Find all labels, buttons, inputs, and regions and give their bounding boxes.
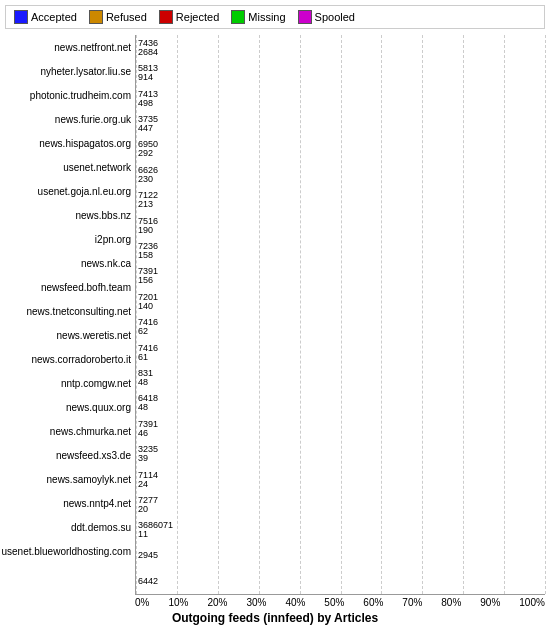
legend-color-rejected — [159, 10, 173, 24]
bar-value-12: 741661 — [138, 344, 158, 362]
bar-value-refused-11: 62 — [138, 327, 158, 336]
y-label-13: news.corradoroberto.it — [5, 347, 135, 371]
x-tick-2: 20% — [207, 597, 227, 608]
chart-title: Outgoing feeds (innfeed) by Articles — [5, 611, 545, 625]
legend-label-rejected: Rejected — [176, 11, 219, 23]
bar-row-6: 7122213 — [136, 187, 545, 212]
bar-row-3: 3735447 — [136, 111, 545, 136]
bar-value-refused-6: 213 — [138, 200, 158, 209]
bar-value-21: 6442 — [138, 577, 158, 586]
x-tick-1: 10% — [168, 597, 188, 608]
x-tick-6: 60% — [363, 597, 383, 608]
y-label-15: news.quux.org — [5, 395, 135, 419]
bar-value-2: 7413498 — [138, 90, 158, 108]
bar-row-7: 7516190 — [136, 213, 545, 238]
legend-label-missing: Missing — [248, 11, 285, 23]
y-label-16: news.chmurka.net — [5, 419, 135, 443]
bar-value-16: 323539 — [138, 445, 158, 463]
legend-item-spooled: Spooled — [298, 10, 355, 24]
bar-row-8: 7236158 — [136, 238, 545, 263]
y-label-18: news.samoylyk.net — [5, 467, 135, 491]
y-label-4: news.hispagatos.org — [5, 131, 135, 155]
bar-row-16: 323539 — [136, 442, 545, 467]
bar-row-0: 74362684 — [136, 35, 545, 60]
x-tick-0: 0% — [135, 597, 149, 608]
bar-value-refused-2: 498 — [138, 99, 158, 108]
bar-value-0: 74362684 — [138, 39, 158, 57]
y-label-5: usenet.network — [5, 155, 135, 179]
bar-value-9: 7391156 — [138, 267, 158, 285]
bar-value-18: 727720 — [138, 496, 158, 514]
bar-value-refused-14: 48 — [138, 403, 158, 412]
bar-value-accepted-21: 6442 — [138, 577, 158, 586]
y-label-20: ddt.demos.su — [5, 515, 135, 539]
bar-value-refused-12: 61 — [138, 353, 158, 362]
bar-value-refused-8: 158 — [138, 251, 158, 260]
bar-row-10: 7201140 — [136, 289, 545, 314]
bars-area: 7436268458139147413498373544769502926626… — [135, 35, 545, 595]
bar-value-5: 6626230 — [138, 166, 158, 184]
bar-value-refused-5: 230 — [138, 175, 158, 184]
bar-row-19: 368607111 — [136, 518, 545, 543]
y-label-3: news.furie.org.uk — [5, 107, 135, 131]
bar-row-21: 6442 — [136, 569, 545, 594]
y-label-0: news.netfront.net — [5, 35, 135, 59]
bar-value-refused-19: 11 — [138, 530, 173, 539]
bar-value-4: 6950292 — [138, 140, 158, 158]
y-label-1: nyheter.lysator.liu.se — [5, 59, 135, 83]
y-axis: news.netfront.netnyheter.lysator.liu.sep… — [5, 35, 135, 595]
bar-row-4: 6950292 — [136, 137, 545, 162]
bar-row-20: 2945 — [136, 543, 545, 568]
bar-value-14: 641848 — [138, 394, 158, 412]
bar-value-refused-3: 447 — [138, 124, 158, 133]
bar-row-1: 5813914 — [136, 60, 545, 85]
bar-value-3: 3735447 — [138, 115, 158, 133]
legend-color-missing — [231, 10, 245, 24]
bar-row-2: 7413498 — [136, 86, 545, 111]
y-label-19: news.nntp4.net — [5, 491, 135, 515]
legend-color-spooled — [298, 10, 312, 24]
bar-row-18: 727720 — [136, 492, 545, 517]
bar-value-refused-1: 914 — [138, 73, 158, 82]
y-label-21: usenet.blueworldhosting.com — [5, 539, 135, 563]
bar-value-refused-15: 46 — [138, 429, 158, 438]
x-tick-7: 70% — [402, 597, 422, 608]
bar-value-15: 739146 — [138, 420, 158, 438]
x-tick-3: 30% — [246, 597, 266, 608]
legend-label-refused: Refused — [106, 11, 147, 23]
y-label-9: news.nk.ca — [5, 251, 135, 275]
bar-row-12: 741661 — [136, 340, 545, 365]
legend: AcceptedRefusedRejectedMissingSpooled — [5, 5, 545, 29]
bar-value-20: 2945 — [138, 551, 158, 560]
chart-container: AcceptedRefusedRejectedMissingSpooled ne… — [0, 0, 550, 630]
y-label-2: photonic.trudheim.com — [5, 83, 135, 107]
legend-color-accepted — [14, 10, 28, 24]
bar-value-refused-16: 39 — [138, 454, 158, 463]
y-label-7: news.bbs.nz — [5, 203, 135, 227]
legend-item-refused: Refused — [89, 10, 147, 24]
bar-row-9: 7391156 — [136, 264, 545, 289]
bar-value-refused-13: 48 — [138, 378, 153, 387]
bar-value-6: 7122213 — [138, 191, 158, 209]
bar-value-refused-10: 140 — [138, 302, 158, 311]
bar-value-7: 7516190 — [138, 217, 158, 235]
bar-value-refused-4: 292 — [138, 149, 158, 158]
legend-label-accepted: Accepted — [31, 11, 77, 23]
bar-value-1: 5813914 — [138, 64, 158, 82]
bar-value-refused-9: 156 — [138, 276, 158, 285]
bar-value-refused-18: 20 — [138, 505, 158, 514]
bar-row-17: 711424 — [136, 467, 545, 492]
bar-row-14: 641848 — [136, 391, 545, 416]
x-tick-8: 80% — [441, 597, 461, 608]
y-label-11: news.tnetconsulting.net — [5, 299, 135, 323]
y-label-17: newsfeed.xs3.de — [5, 443, 135, 467]
legend-item-accepted: Accepted — [14, 10, 77, 24]
x-tick-9: 90% — [480, 597, 500, 608]
bar-row-13: 83148 — [136, 365, 545, 390]
legend-label-spooled: Spooled — [315, 11, 355, 23]
y-label-14: nntp.comgw.net — [5, 371, 135, 395]
bar-value-13: 83148 — [138, 369, 153, 387]
bar-value-accepted-20: 2945 — [138, 551, 158, 560]
bar-value-refused-7: 190 — [138, 226, 158, 235]
chart-body: news.netfront.netnyheter.lysator.liu.sep… — [5, 35, 545, 595]
